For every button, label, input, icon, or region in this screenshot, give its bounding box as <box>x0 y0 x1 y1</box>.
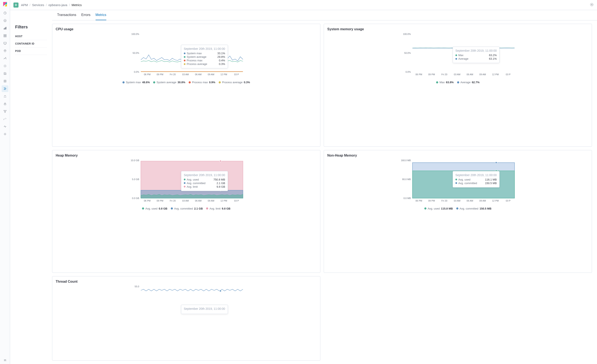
svg-text:09 PM: 09 PM <box>157 199 164 202</box>
nav-graph-icon[interactable] <box>2 108 8 115</box>
svg-point-57 <box>220 160 221 162</box>
nav-management-icon[interactable] <box>2 131 8 137</box>
nav-dashboard-icon[interactable] <box>2 32 8 39</box>
chart-title: Non-Heap Memory <box>327 154 588 158</box>
svg-text:09 AM: 09 AM <box>208 73 214 76</box>
tab-errors[interactable]: Errors <box>81 10 91 20</box>
nav-visualize-icon[interactable] <box>2 25 8 32</box>
filters-sidebar: Filters HOST CONTAINER ID POD <box>10 20 52 364</box>
svg-text:Fri 20: Fri 20 <box>170 199 176 202</box>
svg-text:03 P: 03 P <box>234 73 239 76</box>
svg-text:03 AM: 03 AM <box>182 199 189 202</box>
svg-text:09 AM: 09 AM <box>208 199 214 202</box>
svg-rect-5 <box>4 34 5 36</box>
svg-text:03 P: 03 P <box>234 199 239 202</box>
nav-maps-icon[interactable] <box>2 47 8 54</box>
svg-text:100.0%: 100.0% <box>403 33 411 35</box>
nav-discover-icon[interactable] <box>2 17 8 24</box>
legend-item[interactable]: Avg. used 115.8 MB <box>424 207 453 210</box>
nav-monitoring-icon[interactable] <box>2 123 8 130</box>
svg-text:50.0%: 50.0% <box>133 52 139 54</box>
svg-text:55.0: 55.0 <box>135 285 139 288</box>
chart-svg: 10.0 GB5.0 GB0.0 GB06 PM09 PMFri 2003 AM… <box>56 159 317 205</box>
chart-legend: System max 48.6%System average 30.8%Proc… <box>56 81 317 84</box>
svg-text:09 PM: 09 PM <box>428 199 435 202</box>
svg-text:5.0 GB: 5.0 GB <box>132 178 139 181</box>
svg-text:0.0%: 0.0% <box>134 71 139 73</box>
svg-rect-2 <box>4 28 4 29</box>
svg-point-73 <box>220 290 221 292</box>
svg-text:06 PM: 06 PM <box>144 73 151 76</box>
chart-svg: 160.0 MB80.0 MB0.0 MB06 PM09 PMFri 2003 … <box>327 159 588 205</box>
panel-cpu: CPU usage100.0%50.0%0.0%06 PM09 PMFri 20… <box>52 24 320 147</box>
svg-text:09 AM: 09 AM <box>479 199 486 202</box>
legend-item[interactable]: Max 63.8% <box>436 81 454 84</box>
nav-ml-icon[interactable] <box>2 55 8 62</box>
nav-logs-icon[interactable] <box>2 70 8 77</box>
legend-item[interactable]: Average 62.7% <box>457 81 479 84</box>
nav-recent-icon[interactable] <box>2 10 8 16</box>
nav-uptime-icon[interactable] <box>2 78 8 85</box>
svg-point-16 <box>5 112 6 113</box>
nav-infra-icon[interactable] <box>2 63 8 69</box>
legend-item[interactable]: Avg. committed 2.1 GB <box>171 207 203 210</box>
nav-canvas-icon[interactable] <box>2 40 8 47</box>
legend-item[interactable]: Process max 0.9% <box>189 81 215 84</box>
crumb-current: Metrics <box>72 3 82 7</box>
chart-svg: 55.0 <box>56 285 317 298</box>
panel-heap: Heap Memory10.0 GB5.0 GB0.0 GB06 PM09 PM… <box>52 150 320 273</box>
svg-rect-13 <box>4 104 6 105</box>
chart-tooltip: September 20th 2019, 11:00:00 <box>181 305 228 314</box>
svg-rect-3 <box>5 28 5 29</box>
legend-item[interactable]: System max 48.6% <box>122 81 150 84</box>
svg-text:80.0 MB: 80.0 MB <box>402 178 411 181</box>
svg-text:06 AM: 06 AM <box>467 199 473 202</box>
nav-collapse-icon[interactable] <box>2 357 8 364</box>
crumb-services[interactable]: Services <box>32 3 44 7</box>
svg-point-1 <box>4 19 6 22</box>
legend-item[interactable]: Avg. committed 150.5 MB <box>456 207 492 210</box>
svg-text:10.0 GB: 10.0 GB <box>131 159 139 162</box>
svg-text:12 PM: 12 PM <box>220 73 227 76</box>
filter-container[interactable]: CONTAINER ID <box>15 40 47 47</box>
svg-rect-7 <box>4 36 5 37</box>
svg-point-17 <box>5 134 6 135</box>
svg-text:0.0 GB: 0.0 GB <box>132 197 139 199</box>
tab-metrics[interactable]: Metrics <box>95 10 107 20</box>
filter-pod[interactable]: POD <box>15 47 47 55</box>
svg-rect-6 <box>5 34 6 36</box>
svg-text:09 PM: 09 PM <box>428 73 435 76</box>
tab-transactions[interactable]: Transactions <box>57 10 76 20</box>
space-badge[interactable]: D <box>13 2 18 8</box>
svg-text:03 AM: 03 AM <box>182 73 189 76</box>
svg-text:03 P: 03 P <box>506 199 511 202</box>
svg-text:12 PM: 12 PM <box>492 199 499 202</box>
legend-item[interactable]: Avg. limit 9.8 GB <box>206 207 230 210</box>
nav-security-icon[interactable] <box>2 101 8 107</box>
filter-host[interactable]: HOST <box>15 33 47 40</box>
breadcrumb: APM/ Services/ opbeans-java/ Metrics <box>21 3 82 7</box>
svg-point-12 <box>4 65 6 67</box>
nav-siem-icon[interactable] <box>2 93 8 100</box>
chart-title: Heap Memory <box>56 154 317 158</box>
nav-dev-icon[interactable] <box>2 116 8 122</box>
svg-text:Fri 20: Fri 20 <box>170 73 176 76</box>
crumb-apm[interactable]: APM <box>21 3 28 7</box>
kibana-logo-icon <box>2 2 8 7</box>
svg-text:09 AM: 09 AM <box>479 73 486 76</box>
svg-point-71 <box>495 170 497 172</box>
charts-grid: CPU usage100.0%50.0%0.0%06 PM09 PMFri 20… <box>52 20 597 364</box>
svg-text:0.0%: 0.0% <box>405 71 411 73</box>
help-icon[interactable] <box>590 3 594 7</box>
legend-item[interactable]: Process average 0.3% <box>219 81 250 84</box>
svg-text:03 AM: 03 AM <box>454 199 460 202</box>
nav-apm-icon[interactable] <box>2 85 8 92</box>
svg-text:50.0%: 50.0% <box>404 52 411 54</box>
svg-text:06 AM: 06 AM <box>195 199 201 202</box>
tabs: Transactions Errors Metrics <box>52 10 597 20</box>
legend-item[interactable]: Avg. used 0.8 GB <box>142 207 167 210</box>
crumb-service-name[interactable]: opbeans-java <box>48 3 67 7</box>
filters-title: Filters <box>15 24 47 29</box>
chart-svg: 100.0%50.0%0.0%06 PM09 PMFri 2003 AM06 A… <box>56 33 317 79</box>
legend-item[interactable]: System average 30.8% <box>153 81 185 84</box>
